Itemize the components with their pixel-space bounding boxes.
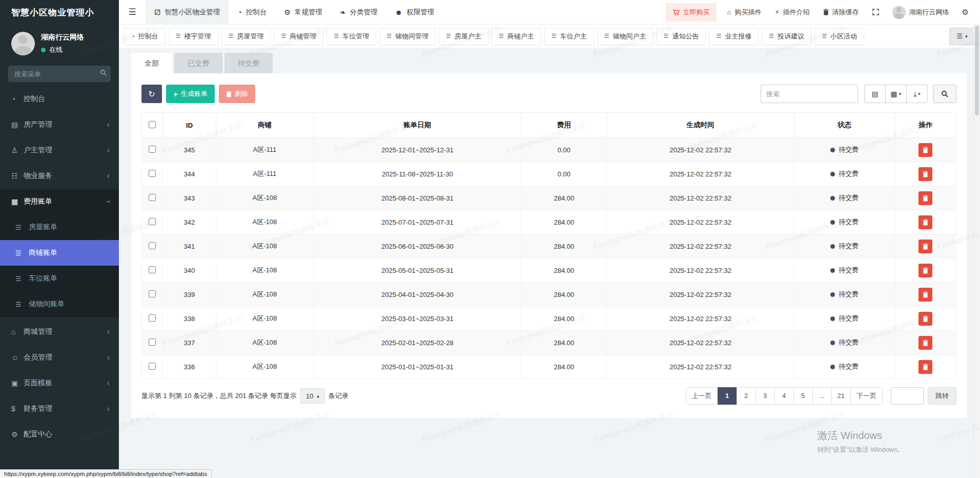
table-search-input[interactable] xyxy=(761,85,858,103)
page-button-ellipsis[interactable]: ... xyxy=(812,387,832,405)
sidebar-toggle-button[interactable]: ☰ xyxy=(119,0,146,24)
addtab-shop-owner[interactable]: ☰商铺户主 xyxy=(492,28,541,45)
table-footer: 显示第 1 到第 10 条记录，总共 201 条记录 每页显示 10 ▴ 条记录… xyxy=(141,387,956,405)
row-delete-button[interactable] xyxy=(918,191,932,205)
page-button-page-3[interactable]: 3 xyxy=(756,387,775,405)
topnav-tab-category[interactable]: ❧分类管理 xyxy=(331,0,386,24)
addtab-house[interactable]: ☰房屋管理 xyxy=(221,28,271,45)
addtab-storage[interactable]: ☰储物间管理 xyxy=(379,28,436,45)
navbar-user-menu[interactable]: 湖南行云网络 xyxy=(886,0,956,25)
sidebar-item-config[interactable]: ⚙配置中心 xyxy=(0,422,119,447)
row-checkbox[interactable] xyxy=(149,363,156,370)
next-page-button[interactable]: 下一页 xyxy=(850,387,883,405)
refresh-button[interactable]: ↻ xyxy=(141,85,162,103)
row-delete-button[interactable] xyxy=(918,167,932,181)
export-button[interactable]: ⤓▾ xyxy=(906,85,928,103)
sidebar-item-member[interactable]: ☺会员管理‹ xyxy=(0,345,119,370)
column-header-6[interactable]: 状态 xyxy=(794,113,895,138)
page-button-page-2[interactable]: 2 xyxy=(737,387,756,405)
sidebar-item-parking-bill[interactable]: ☰车位账单 xyxy=(0,266,119,291)
filter-tab-all[interactable]: 全部 xyxy=(131,53,172,73)
sidebar-item-shop-bill[interactable]: ☰商铺账单 xyxy=(0,240,119,266)
row-delete-button[interactable] xyxy=(918,264,932,277)
select-all-checkbox[interactable] xyxy=(149,121,156,128)
column-header-3[interactable]: 账单日期 xyxy=(314,113,521,138)
addtab-complaint[interactable]: ☰投诉建议 xyxy=(762,28,811,45)
column-header-7[interactable]: 操作 xyxy=(895,113,956,138)
page-jump-button[interactable]: 跳转 xyxy=(928,387,956,405)
addtab-shop[interactable]: ☰商铺管理 xyxy=(274,28,323,45)
row-delete-button[interactable] xyxy=(918,240,932,253)
user-avatar[interactable] xyxy=(11,32,35,55)
filter-tab-paid[interactable]: 已交费 xyxy=(174,53,222,73)
search-submit-button[interactable] xyxy=(933,85,956,103)
sidebar-item-house-bill[interactable]: ☰房屋账单 xyxy=(0,214,119,240)
topnav-tab-auth[interactable]: ☻权限管理 xyxy=(386,0,443,24)
sidebar-item-mall[interactable]: ⌂商城管理‹ xyxy=(0,319,119,345)
menu-search-input[interactable] xyxy=(8,66,111,82)
page-button-page-21[interactable]: 21 xyxy=(831,387,851,405)
addtab-parking[interactable]: ☰车位管理 xyxy=(326,28,376,45)
row-checkbox[interactable] xyxy=(149,290,156,297)
row-delete-button[interactable] xyxy=(918,336,932,350)
navbar-buy-plugin-button[interactable]: ⌂购买插件 xyxy=(721,0,768,25)
addtab-parking-owner[interactable]: ☰车位户主 xyxy=(544,28,594,45)
sidebar-item-service[interactable]: ☷物业服务‹ xyxy=(0,163,119,189)
addtab-building[interactable]: ☰楼宇管理 xyxy=(169,28,218,45)
sidebar-item-bills[interactable]: ▦费用账单› xyxy=(0,189,119,214)
row-delete-button[interactable] xyxy=(918,360,932,374)
scrollbar-thumb[interactable] xyxy=(975,26,979,115)
prev-page-button[interactable]: 上一页 xyxy=(686,387,718,405)
topnav-tab-dashboard[interactable]: ◔控制台 xyxy=(229,0,275,24)
addtab-notice[interactable]: ☰通知公告 xyxy=(657,28,706,45)
row-delete-button[interactable] xyxy=(918,288,932,302)
page-button-page-4[interactable]: 4 xyxy=(774,387,794,405)
delete-button[interactable]: 删除 xyxy=(219,85,255,103)
row-checkbox[interactable] xyxy=(149,266,156,273)
column-header-2[interactable]: 商铺 xyxy=(216,113,314,138)
sidebar-item-property[interactable]: ▤房产管理‹ xyxy=(0,112,119,137)
page-button-page-5[interactable]: 5 xyxy=(793,387,813,405)
generate-bill-button[interactable]: + 生成账单 xyxy=(166,85,215,103)
addtab-storage-owner[interactable]: ☰储物间户主 xyxy=(597,28,654,45)
row-checkbox[interactable] xyxy=(149,242,156,249)
addtab-activity[interactable]: ☰小区活动 xyxy=(814,28,864,45)
topnav-tab-app[interactable]: ⚂智慧小区物业管理 xyxy=(146,0,229,24)
row-checkbox[interactable] xyxy=(149,338,156,346)
columns-button[interactable]: ▦▾ xyxy=(885,85,907,103)
sidebar-item-finance[interactable]: $财务管理‹ xyxy=(0,396,119,422)
page-button-page-1[interactable]: 1 xyxy=(718,387,737,405)
row-checkbox[interactable] xyxy=(149,218,156,225)
row-delete-button[interactable] xyxy=(918,312,932,326)
column-header-1[interactable]: ID xyxy=(163,113,216,138)
row-checkbox[interactable] xyxy=(149,194,156,201)
settings-gear-icon[interactable]: ⚙ xyxy=(956,8,975,17)
detail-view-button[interactable]: ▤ xyxy=(864,85,886,103)
row-checkbox[interactable] xyxy=(149,146,156,153)
row-delete-button[interactable] xyxy=(918,215,932,229)
navbar-buy-now-button[interactable]: 立即购买 xyxy=(666,3,717,22)
addtab-console[interactable]: ◔控制台 xyxy=(124,28,166,45)
navbar-fullscreen-button[interactable] xyxy=(866,0,886,25)
sidebar-item-storage-bill[interactable]: ☰储物间账单 xyxy=(0,291,119,317)
page-size-select[interactable]: 10 ▴ xyxy=(300,388,325,404)
addtab-house-owner[interactable]: ☰房屋户主 xyxy=(439,28,488,45)
sidebar-item-dashboard[interactable]: ◔控制台 xyxy=(0,86,119,112)
page-jump-input[interactable] xyxy=(891,387,924,405)
search-icon[interactable] xyxy=(100,69,107,76)
sidebar-item-owner[interactable]: ♙户主管理‹ xyxy=(0,137,119,163)
filter-tab-unpaid[interactable]: 待交费 xyxy=(224,53,273,73)
topnav-tab-general[interactable]: ⚙常规管理 xyxy=(275,0,331,24)
addtab-repair[interactable]: ☰业主报修 xyxy=(709,28,759,45)
column-header-5[interactable]: 生成时间 xyxy=(607,113,794,138)
row-delete-button[interactable] xyxy=(918,143,932,157)
column-header-4[interactable]: 费用 xyxy=(521,113,607,138)
tabs-dropdown-button[interactable]: ☰▾ xyxy=(949,28,975,45)
row-checkbox[interactable] xyxy=(149,170,156,177)
row-checkbox[interactable] xyxy=(149,314,156,322)
caret-up-icon: ▴ xyxy=(317,393,319,399)
navbar-clear-cache-button[interactable]: 清除缓存 xyxy=(816,0,866,25)
navbar-plugin-intro-button[interactable]: ⚡插件介绍 xyxy=(768,0,816,25)
sidebar-item-template[interactable]: ▣页面模板‹ xyxy=(0,370,119,396)
page-scrollbar[interactable] xyxy=(973,25,980,478)
